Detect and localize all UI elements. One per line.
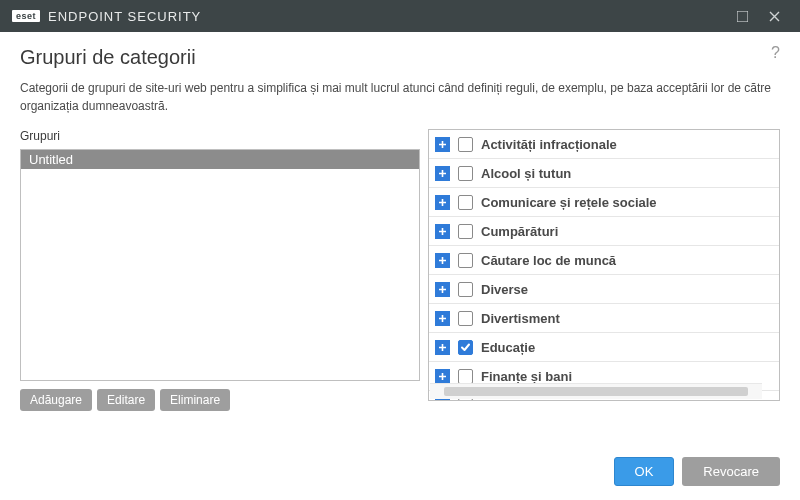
category-label: Divertisment <box>481 311 771 326</box>
category-checkbox[interactable] <box>458 195 473 210</box>
category-row[interactable]: Activități infracționale <box>429 130 779 159</box>
category-label: Căutare loc de muncă <box>481 253 771 268</box>
category-label: Finanțe și bani <box>481 369 771 384</box>
category-checkbox[interactable] <box>458 224 473 239</box>
category-row[interactable]: Educație <box>429 333 779 362</box>
horizontal-scrollbar[interactable] <box>430 383 762 399</box>
category-label: Activități infracționale <box>481 137 771 152</box>
expand-icon[interactable] <box>435 282 450 297</box>
expand-icon[interactable] <box>435 195 450 210</box>
category-label: Alcool și tutun <box>481 166 771 181</box>
page-title: Grupuri de categorii <box>20 46 780 69</box>
category-row[interactable]: Divertisment <box>429 304 779 333</box>
titlebar: eset ENDPOINT SECURITY <box>0 0 800 32</box>
expand-icon[interactable] <box>435 253 450 268</box>
cancel-button[interactable]: Revocare <box>682 457 780 486</box>
add-button[interactable]: Adăugare <box>20 389 92 411</box>
category-row[interactable]: Căutare loc de muncă <box>429 246 779 275</box>
minimize-button[interactable] <box>726 0 758 32</box>
category-checkbox[interactable] <box>458 166 473 181</box>
category-checkbox[interactable] <box>458 311 473 326</box>
expand-icon[interactable] <box>435 166 450 181</box>
ok-button[interactable]: OK <box>614 457 675 486</box>
expand-icon[interactable] <box>435 369 450 384</box>
category-row[interactable]: Cumpărături <box>429 217 779 246</box>
svg-rect-0 <box>737 11 748 22</box>
page-description: Categorii de grupuri de site-uri web pen… <box>20 79 780 115</box>
brand-text: ENDPOINT SECURITY <box>48 9 201 24</box>
category-checkbox[interactable] <box>458 253 473 268</box>
category-row[interactable]: Diverse <box>429 275 779 304</box>
expand-icon[interactable] <box>435 137 450 152</box>
close-button[interactable] <box>758 0 790 32</box>
brand-logo: eset <box>12 10 40 22</box>
category-row[interactable]: Alcool și tutun <box>429 159 779 188</box>
categories-panel: Activități infracționaleAlcool și tutunC… <box>428 129 780 401</box>
expand-icon[interactable] <box>435 340 450 355</box>
expand-icon[interactable] <box>435 224 450 239</box>
category-checkbox[interactable] <box>458 340 473 355</box>
groups-listbox[interactable]: Untitled <box>20 149 420 381</box>
categories-scroll[interactable]: Activități infracționaleAlcool și tutunC… <box>429 130 779 400</box>
category-label: Cumpărături <box>481 224 771 239</box>
expand-icon[interactable] <box>435 311 450 326</box>
category-row[interactable]: Comunicare și rețele sociale <box>429 188 779 217</box>
category-label: Educație <box>481 340 771 355</box>
groups-label: Grupuri <box>20 129 420 143</box>
edit-button[interactable]: Editare <box>97 389 155 411</box>
category-label: Diverse <box>481 282 771 297</box>
list-item[interactable]: Untitled <box>21 150 419 169</box>
category-checkbox[interactable] <box>458 137 473 152</box>
category-label: Comunicare și rețele sociale <box>481 195 771 210</box>
category-checkbox[interactable] <box>458 282 473 297</box>
category-checkbox[interactable] <box>458 369 473 384</box>
help-icon[interactable]: ? <box>771 44 780 62</box>
remove-button[interactable]: Eliminare <box>160 389 230 411</box>
